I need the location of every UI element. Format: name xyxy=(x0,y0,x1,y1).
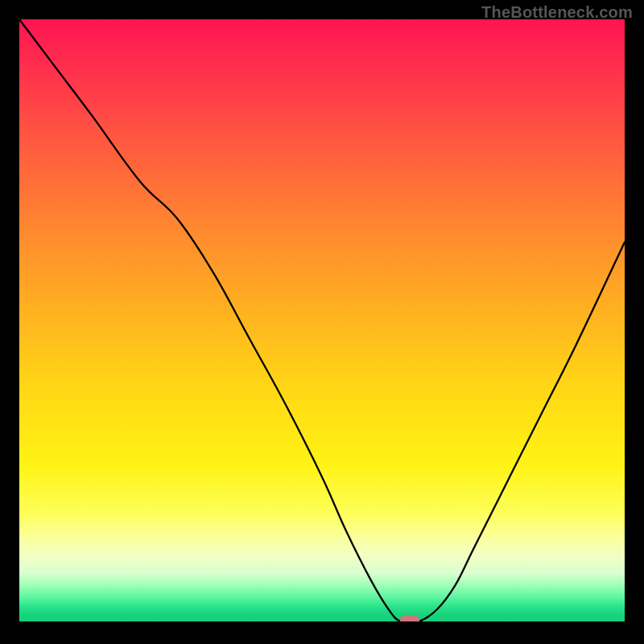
optimal-marker xyxy=(400,616,419,622)
chart-svg xyxy=(19,19,625,621)
chart-frame xyxy=(19,19,625,621)
bottleneck-curve xyxy=(19,19,625,621)
watermark-text: TheBottleneck.com xyxy=(481,3,633,22)
